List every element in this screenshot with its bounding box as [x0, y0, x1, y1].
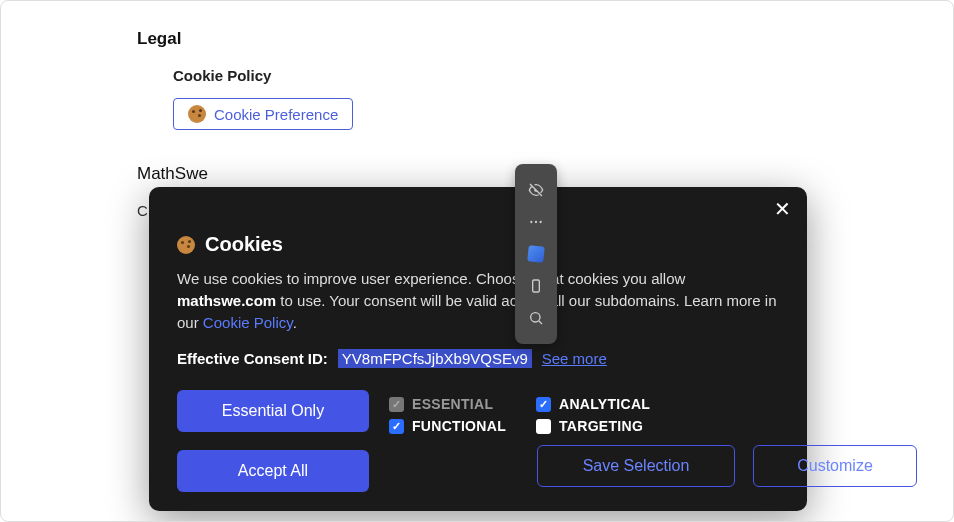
close-icon: ✕	[774, 198, 791, 220]
svg-rect-3	[533, 280, 540, 292]
device-tool-button[interactable]	[515, 270, 557, 302]
checkbox-label: FUNCTIONAL	[412, 418, 506, 434]
checkbox-icon: ✓	[389, 419, 404, 434]
dialog-title: Cookies	[205, 233, 283, 256]
checkbox-label: ANALYTICAL	[559, 396, 650, 412]
copilot-icon	[527, 245, 545, 263]
dialog-description: We use cookies to improve user experienc…	[177, 268, 779, 333]
cookie-icon	[177, 236, 195, 254]
copilot-tool-button[interactable]	[515, 238, 557, 270]
floating-toolbar	[515, 164, 557, 344]
checkbox-label: TARGETING	[559, 418, 643, 434]
hide-tool-button[interactable]	[515, 174, 557, 206]
accept-all-button[interactable]: Accept All	[177, 450, 369, 492]
eye-off-icon	[528, 182, 544, 198]
essential-only-button[interactable]: Essential Only	[177, 390, 369, 432]
search-icon	[528, 310, 544, 326]
checkbox-icon: ✓	[536, 397, 551, 412]
more-icon	[528, 214, 544, 230]
checkbox-icon	[536, 419, 551, 434]
consent-row: Effective Consent ID: YV8mFPCfsJjbXb9VQS…	[177, 349, 779, 368]
desc-period: .	[293, 314, 297, 331]
svg-point-0	[530, 221, 532, 223]
customize-button[interactable]: Customize	[753, 445, 917, 487]
cookie-preference-button[interactable]: Cookie Preference	[173, 98, 353, 130]
more-tool-button[interactable]	[515, 206, 557, 238]
consent-id-value: YV8mFPCfsJjbXb9VQSEv9	[338, 349, 532, 368]
legal-heading: Legal	[137, 29, 953, 49]
cookie-icon	[188, 105, 206, 123]
checkbox-targeting[interactable]: TARGETING	[536, 418, 650, 434]
checkbox-icon: ✓	[389, 397, 404, 412]
cookie-policy-link[interactable]: Cookie Policy	[203, 314, 293, 331]
svg-point-2	[540, 221, 542, 223]
see-more-link[interactable]: See more	[542, 350, 607, 367]
lower-right-buttons: Save Selection Customize	[537, 445, 917, 487]
close-button[interactable]: ✕	[774, 199, 791, 219]
cookie-consent-dialog: ✕ Cookies We use cookies to improve user…	[149, 187, 807, 511]
cookie-policy-heading: Cookie Policy	[173, 67, 953, 84]
svg-point-1	[535, 221, 537, 223]
svg-point-4	[531, 313, 540, 322]
checkbox-essential: ✓ ESSENTIAL	[389, 396, 506, 412]
phone-icon	[528, 278, 544, 294]
checkbox-analytical[interactable]: ✓ ANALYTICAL	[536, 396, 650, 412]
save-selection-button[interactable]: Save Selection	[537, 445, 735, 487]
dialog-header: Cookies	[177, 233, 779, 256]
cookie-preference-label: Cookie Preference	[214, 106, 338, 123]
checkbox-functional[interactable]: ✓ FUNCTIONAL	[389, 418, 506, 434]
svg-line-5	[539, 321, 542, 324]
search-tool-button[interactable]	[515, 302, 557, 334]
desc-domain: mathswe.com	[177, 292, 276, 309]
consent-id-label: Effective Consent ID:	[177, 350, 328, 367]
desc-prefix: We use cookies to improve user experienc…	[177, 270, 685, 287]
checkbox-label: ESSENTIAL	[412, 396, 493, 412]
left-buttons: Essential Only Accept All	[177, 390, 369, 492]
